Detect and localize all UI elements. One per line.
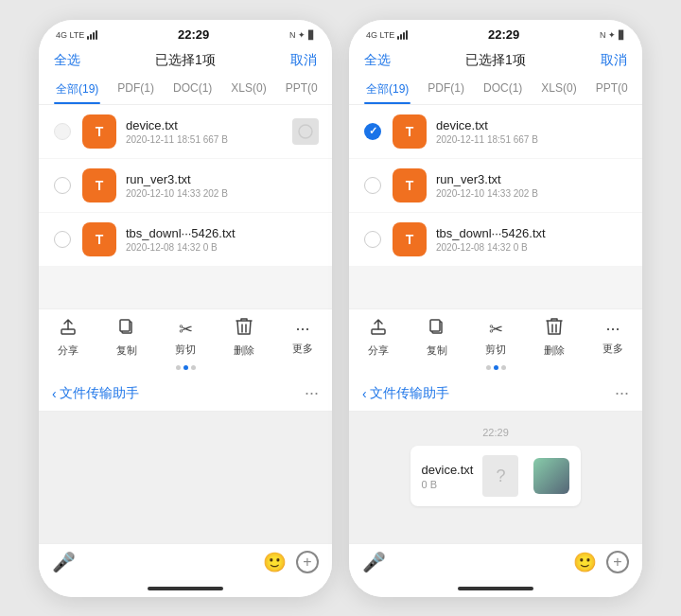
- action-copy-left[interactable]: 复制: [116, 317, 137, 358]
- chat-more-right[interactable]: ···: [615, 383, 629, 403]
- action-share-right[interactable]: 分享: [368, 317, 389, 358]
- file-item-3-right[interactable]: T tbs_downl···5426.txt 2020-12-08 14:32 …: [349, 213, 642, 266]
- chat-title-right: 文件传输助手: [370, 385, 449, 402]
- file-bubble-right[interactable]: device.txt 0 B ?: [410, 446, 582, 506]
- dot-2-left: [183, 365, 188, 370]
- cancel-right[interactable]: 取消: [601, 52, 627, 69]
- file-item-2-left[interactable]: T run_ver3.txt 2020-12-10 14:33 202 B: [39, 159, 332, 212]
- chat-input-bar-right: 🎤 🙂 +: [349, 543, 642, 580]
- dot-3-left: [191, 365, 196, 370]
- wifi-icon-right: N ✦: [600, 30, 616, 40]
- file-name-3-right: tbs_downl···5426.txt: [436, 226, 629, 240]
- svg-rect-1: [61, 329, 75, 334]
- action-cut-left[interactable]: ✂ 剪切: [175, 319, 196, 357]
- file-bubble-avatar-right: [533, 458, 569, 494]
- plus-icon-right[interactable]: +: [606, 551, 629, 573]
- tab-doc-left[interactable]: DOC(1): [164, 75, 221, 104]
- copy-svg: [117, 317, 136, 336]
- checkbox-2-right[interactable]: [362, 175, 383, 196]
- checkbox-2-left[interactable]: [52, 175, 73, 196]
- back-arrow-left: ‹: [52, 386, 57, 401]
- chat-messages-right: 22:29 device.txt 0 B ?: [349, 412, 642, 543]
- file-info-2-right: run_ver3.txt 2020-12-10 14:33 202 B: [436, 172, 629, 199]
- phone-right: 4G LTE 22:29 N ✦ ▊ 全选 已选择1项 取消 全部(19): [349, 20, 642, 597]
- tab-xls-left[interactable]: XLS(0): [221, 75, 275, 104]
- file-name-2-right: run_ver3.txt: [436, 172, 629, 186]
- checkbox-checked-right: [364, 123, 381, 140]
- file-item-1-left[interactable]: T device.txt 2020-12-11 18:51 667 B: [39, 105, 332, 158]
- select-all-right[interactable]: 全选: [364, 52, 391, 69]
- status-right-right: N ✦ ▊: [600, 30, 625, 40]
- file-item-2-right[interactable]: T run_ver3.txt 2020-12-10 14:33 202 B: [349, 159, 642, 212]
- chat-more-left[interactable]: ···: [305, 383, 319, 403]
- status-left-left: 4G LTE: [56, 30, 97, 40]
- chat-section-left: ‹ 文件传输助手 ··· 🎤 🙂 +: [39, 376, 332, 580]
- wifi-icon: N ✦: [289, 30, 306, 40]
- copy-svg-right: [428, 317, 446, 336]
- file-name-1-right: device.txt: [436, 118, 629, 132]
- action-more-left[interactable]: ··· 更多: [292, 319, 313, 356]
- action-delete-left[interactable]: 删除: [234, 317, 254, 358]
- signal-icon-right: [397, 30, 408, 40]
- file-icon-2-right: T: [393, 168, 427, 202]
- checkbox-empty-3-left: [54, 231, 71, 248]
- delete-svg-right: [546, 317, 563, 336]
- select-all-left[interactable]: 全选: [54, 52, 80, 69]
- file-icon-1-right: T: [393, 114, 427, 149]
- checkbox-1-right[interactable]: [362, 121, 383, 142]
- chat-header-left: ‹ 文件传输助手 ···: [39, 376, 332, 412]
- chat-back-right[interactable]: ‹ 文件传输助手: [362, 385, 449, 402]
- action-copy-right[interactable]: 复制: [427, 317, 447, 358]
- delete-icon-left: [236, 317, 253, 341]
- checkbox-1-left[interactable]: [52, 121, 73, 142]
- tab-xls-right[interactable]: XLS(0): [532, 75, 585, 104]
- chat-input-bar-left: 🎤 🙂 +: [39, 543, 332, 580]
- file-meta-3-right: 2020-12-08 14:32 0 B: [436, 242, 629, 253]
- share-label-right: 分享: [368, 343, 389, 358]
- action-share-left[interactable]: 分享: [58, 317, 79, 358]
- action-more-right[interactable]: ··· 更多: [602, 319, 623, 356]
- cancel-left[interactable]: 取消: [290, 52, 317, 69]
- tab-pdf-right[interactable]: PDF(1): [418, 75, 474, 104]
- chat-header-right: ‹ 文件传输助手 ···: [349, 376, 642, 412]
- share-svg-right: [369, 317, 388, 336]
- file-bubble-name-right: device.txt: [422, 463, 474, 477]
- mic-icon-left[interactable]: 🎤: [52, 551, 76, 573]
- chat-messages-left: [39, 412, 332, 543]
- emoji-icon-right[interactable]: 🙂: [573, 551, 597, 573]
- emoji-icon-left[interactable]: 🙂: [263, 551, 287, 573]
- more-icon-right: ···: [605, 319, 620, 339]
- checkbox-3-right[interactable]: [362, 229, 383, 250]
- chat-back-left[interactable]: ‹ 文件传输助手: [52, 385, 139, 402]
- action-delete-right[interactable]: 删除: [544, 317, 565, 358]
- checkbox-empty-2-left: [54, 177, 71, 194]
- action-cut-right[interactable]: ✂ 剪切: [485, 319, 506, 357]
- tab-doc-right[interactable]: DOC(1): [474, 75, 532, 104]
- checkbox-3-left[interactable]: [52, 229, 73, 250]
- copy-icon-right: [428, 317, 446, 341]
- delete-svg: [236, 317, 253, 336]
- copy-label-left: 复制: [116, 343, 137, 358]
- mic-icon-right[interactable]: 🎤: [362, 551, 386, 573]
- file-item-1-right[interactable]: T device.txt 2020-12-11 18:51 667 B: [349, 105, 642, 158]
- file-item-3-left[interactable]: T tbs_downl···5426.txt 2020-12-08 14:32 …: [39, 213, 332, 266]
- file-icon-3-left: T: [82, 222, 116, 256]
- time-right: 22:29: [488, 27, 519, 42]
- plus-icon-left[interactable]: +: [296, 551, 319, 573]
- tab-ppt-right[interactable]: PPT(0: [586, 75, 637, 104]
- selected-info-right: 已选择1项: [465, 52, 526, 69]
- signal-text: 4G LTE: [56, 30, 84, 40]
- tab-all-left[interactable]: 全部(19): [46, 75, 108, 104]
- checkbox-empty-3-right: [364, 231, 381, 248]
- svg-rect-4: [372, 329, 385, 334]
- file-meta-1-right: 2020-12-11 18:51 667 B: [436, 134, 629, 145]
- action-bar-left: 分享 复制 ✂ 剪切: [39, 308, 332, 361]
- more-icon-left: ···: [295, 319, 309, 339]
- file-bubble-size-right: 0 B: [422, 479, 474, 490]
- tab-all-right[interactable]: 全部(19): [357, 75, 418, 104]
- phones-container: 4G LTE 22:29 N ✦ ▊ 全选 已选择1项 取消 全部(19): [20, 1, 661, 616]
- tab-pdf-left[interactable]: PDF(1): [108, 75, 164, 104]
- home-indicator-left: [39, 580, 332, 597]
- tab-ppt-left[interactable]: PPT(0: [276, 75, 327, 104]
- cut-icon-right: ✂: [489, 319, 503, 340]
